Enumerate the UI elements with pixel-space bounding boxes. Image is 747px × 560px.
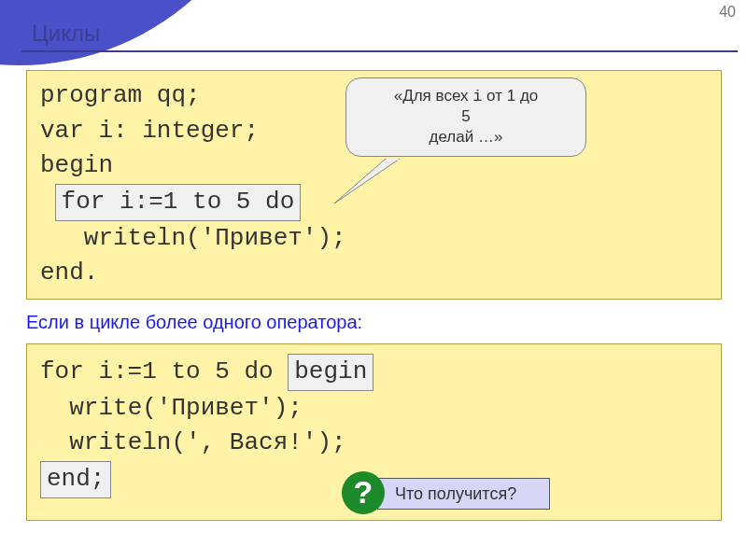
end-highlight: end;	[40, 461, 111, 498]
svg-marker-0	[334, 159, 400, 203]
page-title: Циклы	[32, 21, 100, 47]
code-text: writeln(', Вася!');	[69, 428, 345, 456]
bubble-text: от 1 до	[482, 87, 538, 105]
for-highlight: for i:=1 to 5 do	[55, 184, 302, 221]
code-text: for i:=1 to 5 do	[40, 357, 288, 385]
bubble-var-i: i	[472, 88, 482, 105]
mid-caption: Если в цикле более одного оператора:	[26, 312, 362, 333]
begin-highlight: begin	[288, 354, 374, 391]
header-underline	[21, 50, 738, 52]
code-line: writeln('Привет');	[40, 221, 708, 257]
question-mark-icon: ?	[342, 471, 385, 514]
code-text: write('Привет');	[69, 394, 303, 422]
code-line: writeln(', Вася!');	[40, 426, 708, 461]
code-text: writeln('Привет');	[84, 224, 346, 252]
bubble-text: 5	[461, 107, 470, 125]
code-line: end.	[40, 256, 708, 291]
code-line: for i:=1 to 5 do begin	[40, 354, 708, 391]
speech-bubble: «Для всех i от 1 до 5 делай …»	[345, 77, 586, 157]
bubble-text: «Для всех	[394, 87, 472, 105]
page-number: 40	[719, 4, 736, 21]
code-line: write('Привет');	[40, 391, 708, 427]
question-box: Что получится?	[377, 478, 550, 510]
bubble-text: делай …»	[430, 128, 503, 146]
svg-marker-1	[387, 159, 399, 161]
slide: 40 Циклы program qq; var i: integer; beg…	[0, 0, 747, 560]
